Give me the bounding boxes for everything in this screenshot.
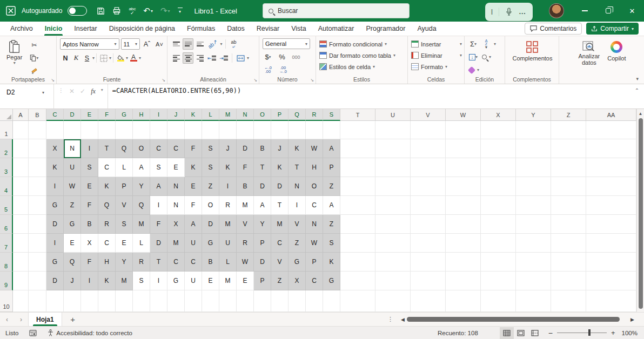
align-right-icon[interactable] (194, 52, 205, 64)
align-center-icon[interactable] (183, 52, 193, 64)
cell-D3[interactable]: U (64, 158, 81, 177)
cell-A6[interactable] (13, 215, 29, 234)
cell-C9[interactable]: D (46, 272, 64, 290)
currency-format-icon[interactable]: $▾ (263, 51, 273, 63)
cell-J3[interactable]: E (167, 158, 185, 177)
cell-AA9[interactable] (586, 272, 636, 290)
cell-K3[interactable]: K (185, 158, 202, 177)
cell-M3[interactable]: K (219, 158, 237, 177)
col-header-K[interactable]: K (185, 109, 202, 121)
row-header-2[interactable]: 2 (0, 139, 13, 158)
cell-I5[interactable]: I (150, 196, 167, 215)
cell-S10[interactable] (323, 290, 340, 312)
cell-R7[interactable]: W (306, 234, 323, 253)
cell-N6[interactable]: V (237, 215, 254, 234)
cell-O1[interactable] (254, 121, 271, 139)
cell-U5[interactable] (375, 196, 411, 215)
add-sheet-icon[interactable]: + (62, 315, 84, 324)
minimize-button[interactable] (573, 0, 596, 22)
col-header-A[interactable]: A (13, 109, 29, 121)
dictation-toolbar[interactable]: I ... (485, 3, 533, 21)
cell-Z9[interactable] (551, 272, 586, 290)
cell-Q3[interactable]: T (289, 158, 306, 177)
cell-M6[interactable]: M (219, 215, 237, 234)
cell-H10[interactable] (133, 290, 150, 312)
tab-insertar[interactable]: Insertar (68, 22, 103, 36)
cell-Q8[interactable]: G (289, 253, 306, 272)
col-header-F[interactable]: F (98, 109, 116, 121)
col-header-U[interactable]: U (375, 109, 411, 121)
cell-H1[interactable] (133, 121, 150, 139)
cell-O6[interactable]: Y (254, 215, 271, 234)
cell-A9[interactable] (13, 272, 29, 290)
orientation-icon[interactable]: ab↗ (206, 38, 219, 50)
cell-L10[interactable] (202, 290, 219, 312)
cell-E8[interactable]: F (81, 253, 98, 272)
horizontal-scroll-thumb[interactable] (407, 317, 620, 322)
spelling-icon[interactable]: abc✓ (129, 7, 136, 15)
cell-R5[interactable]: C (306, 196, 323, 215)
cell-E9[interactable]: I (81, 272, 98, 290)
cell-D5[interactable]: Z (64, 196, 81, 215)
tab-disposicion[interactable]: Disposición de página (103, 22, 181, 36)
close-button[interactable]: ✕ (620, 0, 644, 22)
sort-filter-icon[interactable]: AZ▼ (481, 38, 492, 50)
cell-O10[interactable] (254, 290, 271, 312)
save-icon[interactable] (97, 7, 105, 15)
cell-X7[interactable] (481, 234, 516, 253)
cell-U8[interactable] (375, 253, 411, 272)
tab-ayuda[interactable]: Ayuda (411, 22, 442, 36)
cell-Z1[interactable] (551, 121, 586, 139)
cell-F4[interactable]: K (98, 177, 116, 196)
cell-T5[interactable] (340, 196, 375, 215)
addins-button[interactable]: Complementos (509, 38, 556, 63)
cell-E2[interactable]: I (81, 139, 98, 158)
cell-X3[interactable] (481, 158, 516, 177)
col-header-I[interactable]: I (150, 109, 167, 121)
cell-Q4[interactable]: N (289, 177, 306, 196)
cell-V2[interactable] (411, 139, 446, 158)
cell-H7[interactable]: L (133, 234, 150, 253)
scroll-left-icon[interactable]: ◀ (399, 317, 407, 322)
conditional-formatting-button[interactable]: Formato condicional▾ (319, 38, 405, 50)
cell-D6[interactable]: G (64, 215, 81, 234)
cell-T8[interactable] (340, 253, 375, 272)
cell-Z7[interactable] (551, 234, 586, 253)
cell-T10[interactable] (340, 290, 375, 312)
col-header-H[interactable]: H (133, 109, 150, 121)
cell-A10[interactable] (13, 290, 29, 312)
cell-N1[interactable] (237, 121, 254, 139)
cell-A1[interactable] (13, 121, 29, 139)
cell-D8[interactable]: Q (64, 253, 81, 272)
cell-J8[interactable]: C (167, 253, 185, 272)
cell-A5[interactable] (13, 196, 29, 215)
cell-W10[interactable] (446, 290, 481, 312)
cell-E5[interactable]: F (81, 196, 98, 215)
col-header-G[interactable]: G (116, 109, 133, 121)
cell-W1[interactable] (446, 121, 481, 139)
row-header-9[interactable]: 9 (0, 272, 13, 290)
cell-F2[interactable]: T (98, 139, 116, 158)
tab-formulas[interactable]: Fórmulas (181, 22, 221, 36)
cell-J5[interactable]: N (167, 196, 185, 215)
cell-K2[interactable]: F (185, 139, 202, 158)
cell-N3[interactable]: F (237, 158, 254, 177)
cell-AA3[interactable] (586, 158, 636, 177)
cell-V6[interactable] (411, 215, 446, 234)
number-format-combo[interactable]: General▾ (263, 38, 310, 49)
cell-E1[interactable] (81, 121, 98, 139)
cell-C4[interactable]: I (46, 177, 64, 196)
cell-V10[interactable] (411, 290, 446, 312)
cell-H5[interactable]: Q (133, 196, 150, 215)
cell-W6[interactable] (446, 215, 481, 234)
cell-F8[interactable]: H (98, 253, 116, 272)
col-header-B[interactable]: B (29, 109, 46, 121)
cell-AA4[interactable] (586, 177, 636, 196)
fill-down-icon[interactable]: ↓▾ (468, 51, 479, 63)
cell-I7[interactable]: D (150, 234, 167, 253)
cell-N7[interactable]: R (237, 234, 254, 253)
cell-styles-button[interactable]: Estilos de celda▾ (319, 61, 405, 72)
cell-G8[interactable]: Y (116, 253, 133, 272)
tab-archivo[interactable]: Archivo (4, 22, 39, 36)
cell-H2[interactable]: O (133, 139, 150, 158)
